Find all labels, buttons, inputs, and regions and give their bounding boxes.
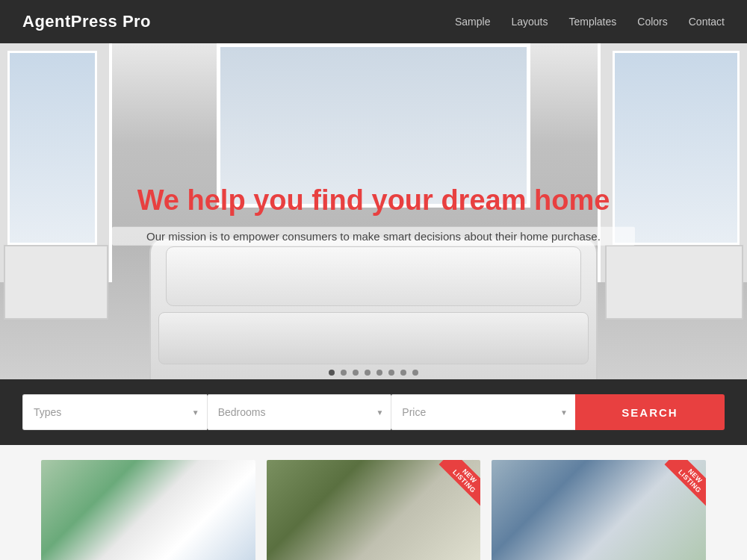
carousel-dot-4[interactable] [365, 370, 371, 376]
hero-section: We help you find your dream home Our mis… [0, 43, 747, 379]
main-header: AgentPress Pro Sample Layouts Templates … [0, 0, 747, 43]
carousel-dot-8[interactable] [412, 370, 418, 376]
carousel-dot-1[interactable] [329, 370, 335, 376]
listing-card-1[interactable] [41, 460, 255, 560]
hero-headline: We help you find your dream home [112, 184, 635, 218]
radiator-left [4, 245, 108, 320]
listing-image-2 [267, 460, 481, 560]
price-select[interactable]: Price [391, 394, 575, 430]
search-button[interactable]: SEARCH [575, 394, 725, 430]
listings-section: NEWLISTING NEWLISTING [0, 445, 747, 560]
nav-sample[interactable]: Sample [455, 16, 490, 28]
window-left-glass [7, 51, 97, 245]
carousel-dot-3[interactable] [353, 370, 359, 376]
search-bar: Types Bedrooms Price SEARCH [0, 379, 747, 445]
hero-subtext: Our mission is to empower consumers to m… [112, 226, 635, 245]
radiator-right [605, 245, 743, 320]
carousel-dot-5[interactable] [376, 370, 382, 376]
carousel-dot-7[interactable] [400, 370, 406, 376]
listing-card-2[interactable]: NEWLISTING [267, 460, 481, 560]
carousel-dots [329, 370, 418, 376]
nav-templates[interactable]: Templates [568, 16, 616, 28]
sofa-back [166, 246, 581, 306]
listing-image-1 [41, 460, 255, 560]
main-nav: Sample Layouts Templates Colors Contact [455, 16, 725, 28]
price-wrapper: Price [391, 394, 575, 430]
listing-card-3[interactable]: NEWLISTING [492, 460, 706, 560]
nav-contact[interactable]: Contact [689, 16, 725, 28]
nav-colors[interactable]: Colors [637, 16, 667, 28]
types-select[interactable]: Types [22, 394, 207, 430]
listing-image-3 [492, 460, 706, 560]
bedrooms-wrapper: Bedrooms [207, 394, 391, 430]
sofa [149, 237, 598, 379]
hero-text-overlay: We help you find your dream home Our mis… [112, 184, 635, 246]
types-wrapper: Types [22, 394, 207, 430]
site-logo: AgentPress Pro [22, 12, 151, 31]
nav-layouts[interactable]: Layouts [511, 16, 548, 28]
bedrooms-select[interactable]: Bedrooms [207, 394, 391, 430]
carousel-dot-6[interactable] [388, 370, 394, 376]
sofa-seat [158, 312, 589, 364]
carousel-dot-2[interactable] [341, 370, 347, 376]
